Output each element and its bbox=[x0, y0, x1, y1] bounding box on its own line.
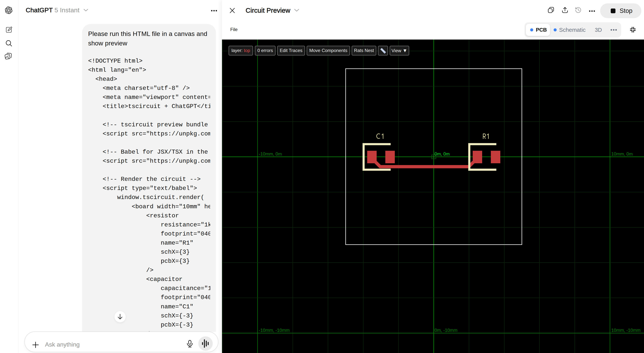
svg-text:-10mm, -10mm: -10mm, -10mm bbox=[259, 328, 290, 333]
svg-text:10mm, -10mm: 10mm, -10mm bbox=[611, 328, 640, 333]
svg-text:-10mm, 0m: -10mm, 0m bbox=[259, 151, 282, 156]
svg-text:0m, 0m: 0m, 0m bbox=[434, 151, 450, 156]
svg-text:10mm, 0m: 10mm, 0m bbox=[611, 151, 633, 156]
svg-text:0m, -10mm: 0m, -10mm bbox=[434, 328, 458, 333]
